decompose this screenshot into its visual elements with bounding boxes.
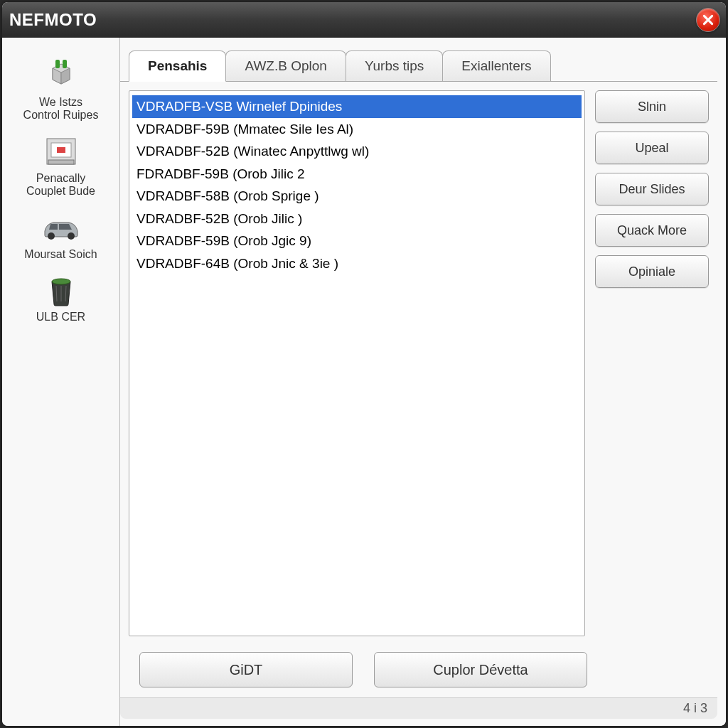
- tab-yurbs-tips[interactable]: Yurbs tips: [346, 50, 443, 81]
- list-item[interactable]: VDRADBF-52B (Orob Jilic ): [132, 208, 582, 230]
- cuplor-devetta-button[interactable]: Cuplor Dévetta: [374, 652, 587, 687]
- trash-icon: [41, 274, 82, 308]
- svg-rect-7: [57, 147, 65, 153]
- cube-icon: [41, 59, 82, 93]
- list-item[interactable]: VDRADFB-VSB Wirnelef Dpinides: [132, 95, 582, 118]
- close-icon: [702, 14, 714, 26]
- action-buttons: Slnin Upeal Deur Slides Quack More Opini…: [595, 90, 709, 636]
- car-icon: [41, 211, 82, 245]
- list-item[interactable]: VDRADBF-59B (Mmatec Sile Ies Al): [132, 118, 582, 141]
- app-window: NEFMOTO We Istzs Control Ruipes: [2, 2, 726, 726]
- sidebar-item-label: Moursat Soich: [24, 248, 97, 261]
- svg-point-11: [52, 279, 70, 284]
- tab-panel: VDRADFB-VSB Wirnelef Dpinides VDRADBF-59…: [120, 82, 717, 645]
- status-text: 4 i 3: [683, 701, 707, 715]
- content-area: We Istzs Control Ruipes Penacally Couple…: [2, 38, 726, 726]
- slnin-button[interactable]: Slnin: [595, 90, 709, 123]
- sidebar-item-ulb-cer[interactable]: ULB CER: [8, 274, 114, 323]
- opiniale-button[interactable]: Opiniale: [595, 255, 709, 288]
- list-item[interactable]: VDRADBF-52B (Winatec Anpyttlwg wl): [132, 140, 582, 163]
- svg-point-9: [48, 232, 55, 240]
- quack-more-button[interactable]: Quack More: [595, 214, 709, 247]
- svg-rect-4: [63, 60, 67, 68]
- sidebar: We Istzs Control Ruipes Penacally Couple…: [2, 38, 119, 726]
- sidebar-item-label: Penacally Couplet Bude: [26, 172, 95, 198]
- sidebar-item-moursat-soich[interactable]: Moursat Soich: [8, 211, 114, 261]
- status-bar: 4 i 3: [120, 697, 717, 719]
- sidebar-item-couplet-bude[interactable]: Penacally Couplet Bude: [8, 135, 114, 198]
- tab-pensahis[interactable]: Pensahis: [129, 50, 226, 82]
- list-item[interactable]: VDRADBF-59B (Orob Jgic 9): [132, 230, 582, 252]
- tab-bar: Pensahis AWZ.B Oplon Yurbs tips Exiallen…: [120, 50, 717, 82]
- titlebar: NEFMOTO: [2, 2, 726, 38]
- sidebar-item-label: We Istzs Control Ruipes: [23, 96, 99, 122]
- device-icon: [41, 135, 82, 169]
- svg-rect-3: [55, 60, 60, 68]
- close-button[interactable]: [696, 8, 720, 32]
- list-item[interactable]: FDRADBF-59B (Orob Jilic 2: [132, 163, 582, 186]
- deur-slides-button[interactable]: Deur Slides: [595, 173, 709, 205]
- tab-exiallenters[interactable]: Exiallenters: [442, 50, 550, 81]
- sidebar-item-label: ULB CER: [36, 311, 85, 323]
- svg-rect-8: [48, 160, 74, 164]
- item-listbox[interactable]: VDRADFB-VSB Wirnelef Dpinides VDRADBF-59…: [129, 90, 585, 636]
- window-title: NEFMOTO: [9, 10, 97, 30]
- list-item[interactable]: VDRADBF-58B (Orob Sprige ): [132, 185, 582, 208]
- upeal-button[interactable]: Upeal: [595, 132, 709, 164]
- list-item[interactable]: VDRADBF-64B (Orob Jnic & 3ie ): [132, 252, 582, 275]
- svg-point-10: [68, 232, 75, 240]
- tab-awzb-oplon[interactable]: AWZ.B Oplon: [225, 50, 346, 81]
- gidt-button[interactable]: GiDT: [139, 652, 353, 687]
- main-panel: Pensahis AWZ.B Oplon Yurbs tips Exiallen…: [119, 38, 726, 726]
- sidebar-item-control-ruipes[interactable]: We Istzs Control Ruipes: [8, 59, 114, 122]
- bottom-bar: GiDT Cuplor Dévetta: [120, 645, 717, 697]
